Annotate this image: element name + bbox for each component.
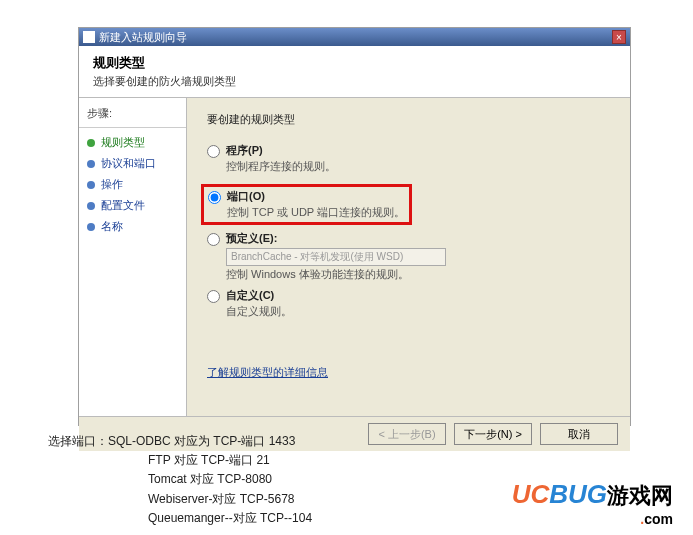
sidebar-item-protocol[interactable]: 协议和端口 [79, 153, 186, 174]
option-port-title: 端口(O) [227, 189, 405, 204]
note-line: Queuemanger--对应 TCP--104 [148, 509, 312, 528]
option-custom-desc: 自定义规则。 [226, 304, 610, 319]
learn-more-link[interactable]: 了解规则类型的详细信息 [207, 365, 328, 380]
note-line: 选择端口：SQL-ODBC 对应为 TCP-端口 1433 [48, 432, 312, 451]
content-question: 要创建的规则类型 [207, 112, 610, 127]
app-icon [83, 31, 95, 43]
cancel-button[interactable]: 取消 [540, 423, 618, 445]
next-button[interactable]: 下一步(N) > [454, 423, 532, 445]
option-program[interactable]: 程序(P) 控制程序连接的规则。 [207, 143, 610, 174]
steps-heading: 步骤: [79, 104, 186, 128]
sidebar-item-label: 配置文件 [101, 198, 145, 213]
wizard-window: 新建入站规则向导 × 规则类型 选择要创建的防火墙规则类型 步骤: 规则类型 协… [78, 27, 631, 426]
sidebar-item-action[interactable]: 操作 [79, 174, 186, 195]
close-button[interactable]: × [612, 30, 626, 44]
sidebar-item-name[interactable]: 名称 [79, 216, 186, 237]
bullet-icon [87, 181, 95, 189]
sidebar-item-rule-type[interactable]: 规则类型 [79, 132, 186, 153]
option-program-title: 程序(P) [226, 143, 610, 158]
sidebar-item-label: 操作 [101, 177, 123, 192]
option-predefined[interactable]: 预定义(E): 控制 Windows 体验功能连接的规则。 [207, 231, 610, 282]
titlebar: 新建入站规则向导 × [79, 28, 630, 46]
radio-program[interactable] [207, 145, 220, 158]
content-pane: 要创建的规则类型 程序(P) 控制程序连接的规则。 端口(O) 控制 TCP 或… [187, 98, 630, 416]
option-predefined-desc: 控制 Windows 体验功能连接的规则。 [226, 267, 610, 282]
wizard-header: 规则类型 选择要创建的防火墙规则类型 [79, 46, 630, 98]
option-program-desc: 控制程序连接的规则。 [226, 159, 610, 174]
radio-predefined[interactable] [207, 233, 220, 246]
bullet-icon [87, 202, 95, 210]
sidebar-item-label: 名称 [101, 219, 123, 234]
sidebar-item-label: 规则类型 [101, 135, 145, 150]
note-line: Webiserver-对应 TCP-5678 [148, 490, 312, 509]
option-port[interactable]: 端口(O) 控制 TCP 或 UDP 端口连接的规则。 [208, 189, 405, 220]
option-custom[interactable]: 自定义(C) 自定义规则。 [207, 288, 610, 319]
wizard-body: 步骤: 规则类型 协议和端口 操作 配置文件 名称 要创建的规则类型 程序(P)… [79, 98, 630, 416]
page-title: 规则类型 [93, 54, 616, 72]
window-title: 新建入站规则向导 [99, 30, 612, 45]
bullet-icon [87, 160, 95, 168]
sidebar-item-profile[interactable]: 配置文件 [79, 195, 186, 216]
highlight-box: 端口(O) 控制 TCP 或 UDP 端口连接的规则。 [201, 184, 412, 225]
radio-custom[interactable] [207, 290, 220, 303]
predefined-combo[interactable] [226, 248, 446, 266]
watermark-logo: UCBUG游戏网 .com [512, 479, 673, 527]
instruction-notes: 选择端口：SQL-ODBC 对应为 TCP-端口 1433 FTP 对应 TCP… [48, 432, 312, 528]
note-line: Tomcat 对应 TCP-8080 [148, 470, 312, 489]
option-predefined-title: 预定义(E): [226, 231, 610, 246]
option-custom-title: 自定义(C) [226, 288, 610, 303]
logo-line1: UCBUG游戏网 [512, 479, 673, 511]
option-port-desc: 控制 TCP 或 UDP 端口连接的规则。 [227, 205, 405, 220]
sidebar-item-label: 协议和端口 [101, 156, 156, 171]
page-subtitle: 选择要创建的防火墙规则类型 [93, 74, 616, 89]
steps-sidebar: 步骤: 规则类型 协议和端口 操作 配置文件 名称 [79, 98, 187, 416]
bullet-icon [87, 223, 95, 231]
radio-port[interactable] [208, 191, 221, 204]
bullet-icon [87, 139, 95, 147]
logo-line2: .com [512, 511, 673, 527]
note-line: FTP 对应 TCP-端口 21 [148, 451, 312, 470]
back-button[interactable]: < 上一步(B) [368, 423, 446, 445]
